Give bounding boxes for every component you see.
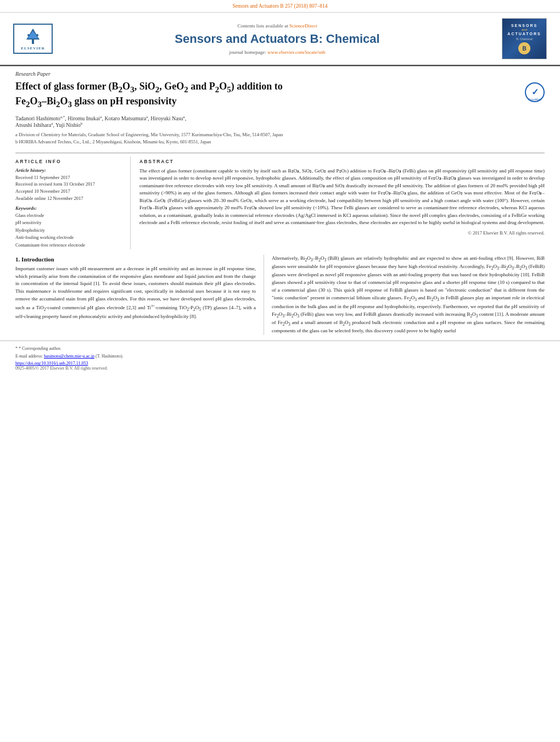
- journal-title: Sensors and Actuators B: Chemical: [175, 32, 379, 46]
- keyword-2: pH sensitivity: [15, 219, 121, 227]
- body-col-left: 1. Introduction Important customer issue…: [15, 255, 264, 336]
- keyword-4: Anti-fouling working electrode: [15, 234, 121, 242]
- footer-email-link[interactable]: hasimoto@chem.mie-u.ac.jp: [44, 354, 94, 359]
- keyword-1: Glass electrode: [15, 212, 121, 220]
- affiliation-a: a Division of Chemistry for Materials, G…: [15, 132, 545, 138]
- sciencedirect-link[interactable]: ScienceDirect: [289, 23, 317, 29]
- sensors-logo-text-bottom: ACTUATORS: [507, 31, 541, 36]
- col-article-info: ARTICLE INFO Article history: Received 1…: [15, 157, 131, 249]
- accepted-date: Accepted 10 November 2017: [15, 188, 121, 195]
- journal-top-bar: Sensors and Actuators B 257 (2018) 807–8…: [0, 0, 560, 13]
- doi-link[interactable]: https://doi.org/10.1016/j.snb.2017.11.05…: [15, 361, 88, 366]
- svg-text:CrossMark: CrossMark: [528, 98, 542, 101]
- footer-email-line: E-mail address: hasimoto@chem.mie-u.ac.j…: [15, 354, 545, 359]
- keywords-list: Glass electrode pH sensitivity Hydrophob…: [15, 212, 121, 249]
- available-date: Available online 12 November 2017: [15, 195, 121, 202]
- section1-heading: 1. Introduction: [15, 256, 256, 263]
- abstract-text: The effect of glass former (constituent …: [139, 168, 545, 227]
- header-area: ELSEVIER Contents lists available at Sci…: [0, 13, 560, 66]
- elsevier-tree-icon: [22, 27, 44, 45]
- paper-title-section: Effect of glass former (B2O3, SiO2, GeO2…: [0, 77, 560, 112]
- article-history-label: Article history:: [15, 168, 121, 173]
- body-col-right: Alternatively, Bi2O3–B2O3 (BiB) glasses …: [264, 255, 545, 336]
- elsevier-logo: ELSEVIER: [11, 18, 55, 59]
- svg-point-3: [27, 34, 30, 36]
- two-col-info-abstract: ARTICLE INFO Article history: Received 1…: [0, 157, 560, 249]
- abstract-header: ABSTRACT: [139, 159, 545, 164]
- header-center: Contents lists available at ScienceDirec…: [60, 18, 494, 59]
- col-abstract: ABSTRACT The effect of glass former (con…: [131, 157, 545, 249]
- affiliations-section: a Division of Chemistry for Materials, G…: [0, 130, 560, 149]
- paper-main-title: Effect of glass former (B2O3, SiO2, GeO2…: [15, 80, 519, 110]
- received-date: Received 11 September 2017: [15, 174, 121, 181]
- authors-section: Tadanori Hashimotoa,*, Hiromu Inukaia, K…: [0, 112, 560, 130]
- article-info-header: ARTICLE INFO: [15, 159, 121, 164]
- keywords-label: Keywords:: [15, 205, 121, 211]
- contents-line: Contents lists available at ScienceDirec…: [238, 23, 317, 29]
- sensors-logo-text-top: SENSORS: [511, 23, 537, 28]
- section1-text-left: Important customer issues with pH measur…: [15, 265, 256, 321]
- footer-doi: https://doi.org/10.1016/j.snb.2017.11.05…: [15, 361, 545, 366]
- elsevier-text: ELSEVIER: [21, 46, 44, 51]
- footer-section: * * Corresponding author. E-mail address…: [0, 341, 560, 374]
- crossmark-logo: ✓ CrossMark: [525, 82, 545, 102]
- main-body: 1. Introduction Important customer issue…: [0, 249, 560, 336]
- sensors-logo-b: B: [518, 42, 530, 54]
- svg-point-4: [36, 34, 38, 36]
- footer-issn: 0925-4005/© 2017 Elsevier B.V. All right…: [15, 366, 545, 371]
- sensors-logo-inner: SENSORS and ACTUATORS B: Chemical B: [502, 18, 547, 59]
- section1-text-right: Alternatively, Bi2O3–B2O3 (BiB) glasses …: [272, 255, 545, 336]
- journal-ref-link[interactable]: Sensors and Actuators B 257 (2018) 807–8…: [232, 3, 327, 9]
- sensors-logo-box: SENSORS and ACTUATORS B: Chemical B: [500, 18, 549, 59]
- sensors-logo-sub: B: Chemical: [516, 37, 533, 41]
- section-divider: [15, 153, 545, 153]
- keyword-3: Hydrophobicity: [15, 227, 121, 235]
- svg-text:✓: ✓: [531, 87, 539, 97]
- footer-footnote-star: * * Corresponding author.: [15, 345, 545, 352]
- author-names: Tadanori Hashimotoa,*, Hiromu Inukaia, K…: [15, 115, 186, 128]
- page-wrapper: Sensors and Actuators B 257 (2018) 807–8…: [0, 0, 560, 742]
- revised-date: Received in revised form 31 October 2017: [15, 181, 121, 188]
- paper-type-label: Research Paper: [15, 71, 51, 77]
- svg-rect-0: [32, 40, 34, 44]
- affiliation-b: b HORIBA Advanced Techno, Co., Ltd., 2 M…: [15, 139, 545, 146]
- elsevier-logo-box: ELSEVIER: [13, 24, 53, 54]
- journal-homepage: journal homepage: www.elsevier.com/locat…: [229, 49, 326, 55]
- paper-type-section: Research Paper: [0, 66, 560, 77]
- homepage-link[interactable]: www.elsevier.com/locate/snb: [267, 49, 325, 55]
- keyword-5: Contaminant-free reference electrode: [15, 242, 121, 249]
- abstract-copyright: © 2017 Elsevier B.V. All rights reserved…: [139, 230, 545, 236]
